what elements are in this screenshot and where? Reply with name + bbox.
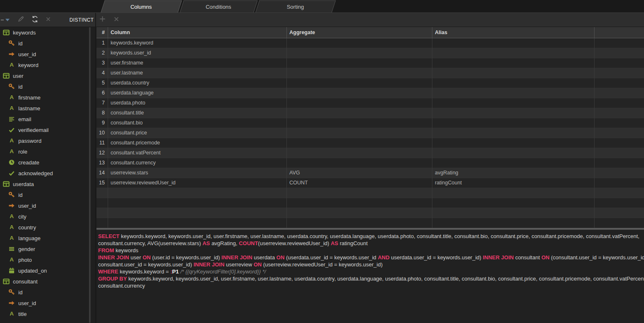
cell-alias[interactable] bbox=[432, 218, 595, 228]
cell-column[interactable] bbox=[108, 198, 287, 208]
cell-column[interactable]: userdata.photo bbox=[108, 98, 287, 108]
cell-extra[interactable] bbox=[595, 108, 644, 118]
grid-row-14[interactable]: 14userreview.starsAVGavgRating bbox=[96, 168, 644, 178]
grid-row-2[interactable]: 2keywords.user_id bbox=[96, 48, 644, 58]
tree-item-creadate[interactable]: creadate bbox=[0, 157, 95, 168]
grid-row-10[interactable]: 10consultant.price bbox=[96, 128, 644, 138]
grid-row-13[interactable]: 13consultant.currency bbox=[96, 158, 644, 168]
cell-aggregate[interactable] bbox=[287, 108, 432, 118]
cell-column[interactable] bbox=[108, 188, 287, 198]
grid-row-6[interactable]: 6userdata.language bbox=[96, 88, 644, 98]
query-dropdown-button[interactable] bbox=[1, 19, 10, 21]
tree-item-acknowledged[interactable]: acknowledged bbox=[0, 168, 95, 179]
tree-item-updated_on[interactable]: updated_on bbox=[0, 265, 95, 276]
tree-item-id[interactable]: id bbox=[0, 81, 95, 92]
add-column-button[interactable] bbox=[99, 16, 106, 24]
tree-item-lastname[interactable]: Alastname bbox=[0, 103, 95, 114]
cell-aggregate[interactable] bbox=[287, 128, 432, 138]
tree-item-firstname[interactable]: Afirstname bbox=[0, 92, 95, 103]
cell-aggregate[interactable] bbox=[287, 158, 432, 168]
cell-extra[interactable] bbox=[595, 168, 644, 178]
cell-aggregate[interactable] bbox=[287, 78, 432, 88]
cell-aggregate[interactable] bbox=[287, 98, 432, 108]
grid-row-5[interactable]: 5userdata.country bbox=[96, 78, 644, 88]
cell-alias[interactable] bbox=[432, 158, 595, 168]
cell-aggregate[interactable] bbox=[287, 148, 432, 158]
tree-item-user[interactable]: user bbox=[0, 70, 95, 81]
tree-item-photo[interactable]: Aphoto bbox=[0, 254, 95, 265]
tree-item-id[interactable]: id bbox=[0, 189, 95, 200]
tree-item-id[interactable]: id bbox=[0, 287, 95, 298]
cell-extra[interactable] bbox=[595, 138, 644, 148]
grid-row-empty[interactable] bbox=[96, 218, 644, 228]
grid-header-hash[interactable]: # bbox=[96, 27, 108, 38]
cell-column[interactable]: consultant.currency bbox=[108, 158, 287, 168]
cell-alias[interactable] bbox=[432, 208, 595, 218]
cell-extra[interactable] bbox=[595, 58, 644, 68]
tree-item-consultant[interactable]: consultant bbox=[0, 276, 95, 287]
tree-item-title[interactable]: Atitle bbox=[0, 308, 95, 319]
tree-item-password[interactable]: Apassword bbox=[0, 135, 95, 146]
cell-aggregate[interactable] bbox=[287, 58, 432, 68]
edit-button[interactable] bbox=[17, 15, 25, 25]
cell-aggregate[interactable]: AVG bbox=[287, 168, 432, 178]
grid-row-empty[interactable] bbox=[96, 208, 644, 218]
tab-conditions[interactable]: Conditions bbox=[180, 0, 257, 12]
sql-preview-panel[interactable]: SELECT keywords.keyword, keywords.user_i… bbox=[96, 230, 644, 323]
tree-item-userdata[interactable]: userdata bbox=[0, 179, 95, 189]
cell-alias[interactable] bbox=[432, 68, 595, 78]
tree-item-keyword[interactable]: Akeyword bbox=[0, 60, 95, 70]
cell-extra[interactable] bbox=[595, 88, 644, 98]
cell-extra[interactable] bbox=[595, 68, 644, 78]
cell-column[interactable] bbox=[108, 208, 287, 218]
cell-aggregate[interactable] bbox=[287, 118, 432, 128]
cell-extra[interactable] bbox=[595, 188, 644, 198]
cell-alias[interactable] bbox=[432, 138, 595, 148]
cell-column[interactable]: userreview.stars bbox=[108, 168, 287, 178]
cell-alias[interactable] bbox=[432, 188, 595, 198]
clear-query-button[interactable] bbox=[45, 16, 51, 24]
cell-alias[interactable] bbox=[432, 148, 595, 158]
tree-item-email[interactable]: email bbox=[0, 114, 95, 124]
cell-alias[interactable]: avgRating bbox=[432, 168, 595, 178]
tree-item-gender[interactable]: gender bbox=[0, 243, 95, 254]
tree-item-city[interactable]: Acity bbox=[0, 211, 95, 222]
tab-columns[interactable]: Columns bbox=[101, 0, 182, 12]
cell-extra[interactable] bbox=[595, 78, 644, 88]
cell-extra[interactable] bbox=[595, 148, 644, 158]
cell-aggregate[interactable] bbox=[287, 88, 432, 98]
grid-header-aggregate[interactable]: Aggregate bbox=[287, 27, 432, 38]
cell-column[interactable]: user.lastname bbox=[108, 68, 287, 78]
cell-extra[interactable] bbox=[595, 218, 644, 228]
grid-row-8[interactable]: 8consultant.title bbox=[96, 108, 644, 118]
cell-aggregate[interactable] bbox=[287, 48, 432, 58]
cell-alias[interactable] bbox=[432, 128, 595, 138]
cell-column[interactable]: user.firstname bbox=[108, 58, 287, 68]
cell-extra[interactable] bbox=[595, 178, 644, 188]
refresh-button[interactable] bbox=[31, 15, 39, 25]
cell-extra[interactable] bbox=[595, 198, 644, 208]
cell-alias[interactable] bbox=[432, 98, 595, 108]
tab-sorting[interactable]: Sorting bbox=[255, 0, 336, 12]
cell-extra[interactable] bbox=[595, 38, 644, 48]
cell-aggregate[interactable] bbox=[287, 138, 432, 148]
cell-column[interactable]: consultant.vatPercent bbox=[108, 148, 287, 158]
grid-header-column[interactable]: Column bbox=[108, 27, 287, 38]
cell-alias[interactable] bbox=[432, 78, 595, 88]
grid-row-7[interactable]: 7userdata.photo bbox=[96, 98, 644, 108]
cell-alias[interactable] bbox=[432, 88, 595, 98]
distinct-toggle[interactable]: DISTINCT bbox=[69, 17, 94, 23]
sidebar-scrollbar[interactable] bbox=[89, 27, 91, 323]
cell-column[interactable]: userdata.country bbox=[108, 78, 287, 88]
grid-row-1[interactable]: 1keywords.keyword bbox=[96, 38, 644, 48]
tree-item-id[interactable]: id bbox=[0, 38, 95, 49]
grid-row-3[interactable]: 3user.firstname bbox=[96, 58, 644, 68]
tree-item-user_id[interactable]: user_id bbox=[0, 298, 95, 308]
cell-extra[interactable] bbox=[595, 158, 644, 168]
cell-column[interactable]: consultant.pricemode bbox=[108, 138, 287, 148]
cell-aggregate[interactable] bbox=[287, 218, 432, 228]
cell-aggregate[interactable] bbox=[287, 208, 432, 218]
cell-extra[interactable] bbox=[595, 48, 644, 58]
cell-alias[interactable]: ratingCount bbox=[432, 178, 595, 188]
grid-row-12[interactable]: 12consultant.vatPercent bbox=[96, 148, 644, 158]
